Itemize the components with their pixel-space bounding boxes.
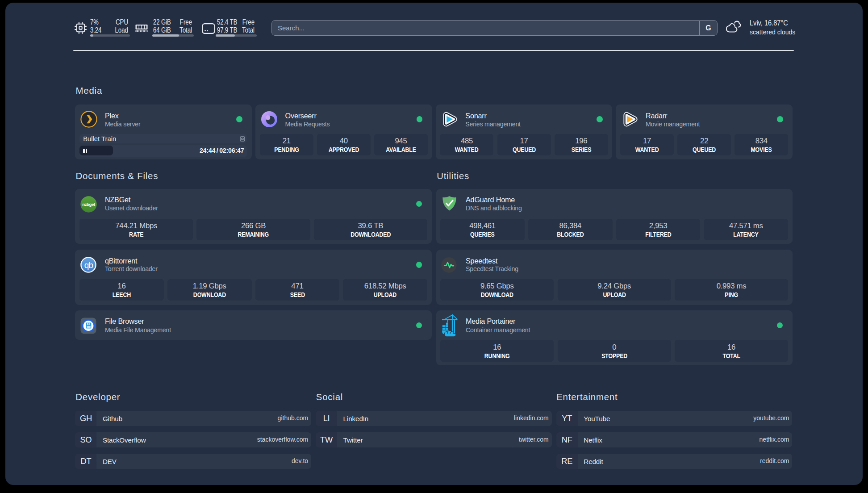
svg-text:qb: qb xyxy=(84,260,93,270)
svg-text:nzbget: nzbget xyxy=(82,202,96,207)
